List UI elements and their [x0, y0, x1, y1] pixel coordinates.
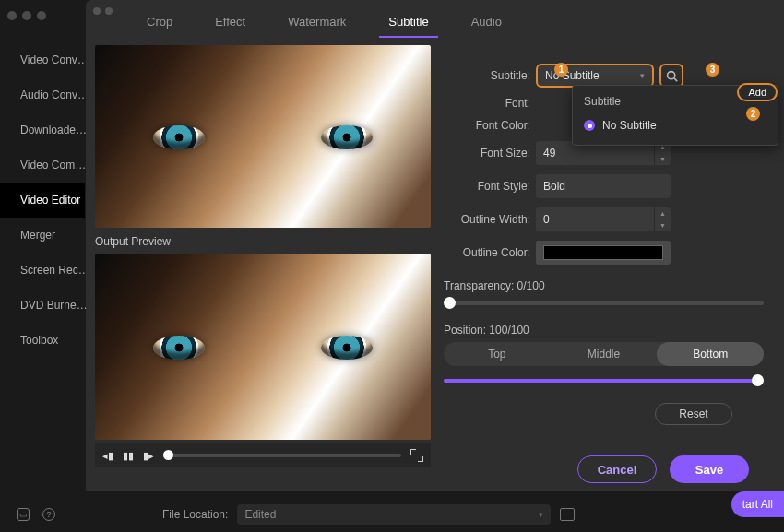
- editor-tabs: Crop Effect Watermark Subtitle Audio: [86, 0, 784, 38]
- sidebar-item-toolbox[interactable]: Toolbox: [0, 323, 85, 358]
- step-up-icon: ▲: [655, 207, 671, 219]
- position-middle[interactable]: Middle: [551, 342, 658, 366]
- position-top[interactable]: Top: [444, 342, 551, 366]
- file-location-bar: File Location: Edited ▾: [162, 504, 575, 525]
- tab-crop[interactable]: Crop: [141, 11, 178, 38]
- font-style-label: Font Style:: [444, 180, 536, 193]
- tab-subtitle[interactable]: Subtitle: [383, 11, 434, 38]
- tab-audio[interactable]: Audio: [466, 11, 507, 38]
- dropdown-item-label: No Subtitle: [602, 119, 657, 132]
- svg-point-0: [667, 71, 674, 78]
- chevron-down-icon: ▾: [539, 510, 543, 519]
- search-icon: [666, 70, 678, 82]
- pause-icon[interactable]: ▮▮: [123, 450, 134, 462]
- help-icon[interactable]: ?: [42, 508, 55, 521]
- sidebar-item-video-converter[interactable]: Video Conv…: [0, 42, 85, 77]
- step-down-icon: ▼: [655, 219, 671, 231]
- guide-icon[interactable]: ▭: [17, 508, 30, 521]
- file-location-select[interactable]: Edited ▾: [237, 504, 551, 525]
- save-button[interactable]: Save: [670, 455, 749, 483]
- position-label: Position: 100/100: [444, 324, 764, 337]
- add-subtitle-button[interactable]: Add: [737, 83, 778, 101]
- playback-controls: ◂▮ ▮▮ ▮▸: [95, 443, 431, 467]
- sidebar-item-video-compressor[interactable]: Video Com…: [0, 148, 85, 183]
- source-preview: [95, 45, 431, 228]
- open-folder-icon[interactable]: [560, 508, 575, 521]
- annotation-badge-3: 3: [706, 63, 719, 77]
- position-bottom[interactable]: Bottom: [657, 342, 764, 366]
- transparency-slider[interactable]: [444, 301, 764, 305]
- subtitle-select-value: No Subtitle: [545, 69, 600, 82]
- sidebar-item-audio-converter[interactable]: Audio Conv…: [0, 77, 85, 112]
- outline-width-input[interactable]: 0: [536, 207, 654, 231]
- outline-color-label: Outline Color:: [444, 246, 536, 259]
- step-down-icon: ▼: [655, 153, 671, 165]
- file-location-value: Edited: [244, 508, 276, 521]
- tab-effect[interactable]: Effect: [209, 11, 251, 38]
- reset-button[interactable]: Reset: [655, 403, 732, 425]
- chevron-down-icon: ▾: [640, 71, 645, 80]
- sidebar-item-merger[interactable]: Merger: [0, 218, 85, 253]
- output-preview-label: Output Preview: [95, 231, 431, 250]
- subtitle-label: Subtitle:: [444, 69, 536, 82]
- position-slider[interactable]: [444, 379, 764, 383]
- output-preview: [95, 254, 431, 440]
- sidebar-item-screen-recorder[interactable]: Screen Rec…: [0, 253, 85, 288]
- preview-column: Output Preview ◂▮ ▮▮ ▮▸: [95, 45, 431, 491]
- font-style-select[interactable]: Bold: [536, 174, 671, 198]
- bottom-utility-icons: ▭ ?: [17, 508, 55, 521]
- dropdown-item-no-subtitle[interactable]: No Subtitle: [584, 119, 766, 132]
- outline-color-picker[interactable]: [536, 241, 671, 265]
- prev-frame-icon[interactable]: ◂▮: [102, 450, 113, 462]
- font-size-label: Font Size:: [444, 147, 536, 160]
- annotation-badge-1: 1: [554, 63, 568, 77]
- svg-line-1: [673, 77, 676, 80]
- font-label: Font:: [444, 97, 536, 110]
- tab-watermark[interactable]: Watermark: [282, 11, 351, 38]
- fullscreen-icon[interactable]: [410, 449, 423, 462]
- transparency-label: Transparency: 0/100: [444, 279, 764, 292]
- radio-selected-icon: [584, 120, 595, 131]
- modal-window-controls[interactable]: [93, 7, 113, 15]
- sidebar-item-downloader[interactable]: Downloade…: [0, 112, 85, 148]
- file-location-label: File Location:: [162, 508, 228, 521]
- font-color-label: Font Color:: [444, 119, 536, 132]
- window-controls[interactable]: [7, 11, 46, 20]
- outline-width-label: Outline Width:: [444, 213, 536, 226]
- editor-modal: Crop Effect Watermark Subtitle Audio Out…: [86, 0, 784, 491]
- start-all-button[interactable]: tart All: [731, 491, 784, 517]
- outline-width-stepper[interactable]: ▲▼: [654, 207, 671, 231]
- cancel-button[interactable]: Cancel: [577, 455, 657, 483]
- position-tabs: Top Middle Bottom: [444, 342, 764, 366]
- next-frame-icon[interactable]: ▮▸: [143, 450, 154, 462]
- sidebar-nav: Video Conv… Audio Conv… Downloade… Video…: [0, 42, 85, 358]
- annotation-badge-2: 2: [746, 107, 760, 121]
- sidebar-item-dvd-burner[interactable]: DVD Burne…: [0, 288, 85, 323]
- scrub-slider[interactable]: [163, 454, 401, 457]
- sidebar-item-video-editor[interactable]: Video Editor: [0, 183, 85, 218]
